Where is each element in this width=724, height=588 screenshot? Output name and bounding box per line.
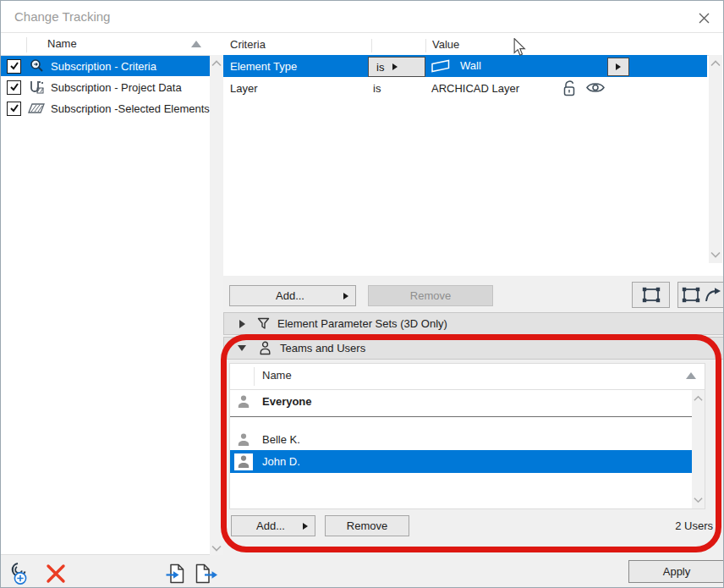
export-icon [195, 563, 218, 585]
subscription-row-project-data[interactable]: Subscription - Project Data [1, 77, 210, 97]
column-divider [26, 37, 27, 52]
sort-ascending-icon [191, 41, 201, 47]
menu-arrow-icon [343, 293, 348, 299]
footer-bar [1, 555, 723, 588]
selected-elements-icon [28, 101, 45, 116]
column-divider [371, 39, 372, 52]
subscription-list-panel: Name Subscription - Criteria [1, 33, 210, 555]
apply-button[interactable]: Apply [628, 560, 724, 583]
users-scrollbar[interactable] [692, 390, 705, 508]
criteria-remove-button[interactable]: Remove [368, 285, 493, 306]
new-subscription-button[interactable] [7, 561, 32, 588]
import-button[interactable] [165, 563, 187, 588]
marquee-icon [641, 286, 661, 305]
project-data-icon [28, 80, 45, 95]
import-icon [165, 563, 187, 585]
subscription-label: Subscription - Project Data [51, 81, 182, 94]
delete-button[interactable] [46, 563, 66, 587]
user-row-everyone[interactable]: Everyone [230, 390, 692, 413]
checkbox-checked[interactable] [7, 102, 21, 116]
add-button-label: Add... [237, 289, 343, 302]
new-change-icon [7, 561, 32, 585]
subscription-list-header[interactable]: Name [1, 35, 210, 56]
marquee-arrow-icon [681, 286, 723, 305]
section-label: Teams and Users [280, 342, 365, 354]
wall-icon [431, 59, 451, 76]
dropdown-arrow-icon [616, 63, 621, 70]
expanded-arrow-icon [238, 345, 246, 351]
close-icon [698, 12, 710, 25]
person-outline-icon [258, 341, 272, 355]
funnel-icon [257, 317, 270, 330]
collapsed-arrow-icon [239, 320, 245, 328]
change-tracking-dialog: Change Tracking Name [0, 0, 724, 588]
remove-button-label: Remove [410, 289, 451, 302]
user-row-belle[interactable]: Belle K. [230, 428, 692, 451]
scroll-up-icon[interactable] [692, 392, 705, 405]
scroll-up-icon[interactable] [210, 57, 223, 70]
subscription-row-criteria[interactable]: Subscription - Criteria [1, 56, 210, 76]
user-count-label: 2 Users [675, 519, 713, 532]
checkbox-checked[interactable] [7, 80, 21, 95]
value-column-header: Value [432, 38, 459, 51]
remove-button-label: Remove [347, 519, 387, 532]
user-name: Belle K. [262, 433, 300, 446]
criteria-add-button[interactable]: Add... [229, 285, 356, 306]
unlock-icon[interactable] [561, 80, 579, 101]
checkbox-checked[interactable] [7, 59, 21, 74]
person-icon [234, 431, 253, 448]
scroll-down-icon[interactable] [692, 493, 705, 507]
column-divider [254, 367, 255, 386]
left-list-scrollbar[interactable] [210, 87, 223, 555]
operator-value: is [369, 61, 392, 74]
criteria-row-element-type[interactable]: Element Type is Wall [223, 55, 707, 77]
criteria-name: Element Type [230, 60, 297, 73]
criteria-column-header: Criteria [230, 38, 266, 51]
section-teams-and-users[interactable]: Teams and Users [223, 337, 724, 360]
subscription-label: Subscription -Selected Elements [51, 102, 210, 115]
subscription-label: Subscription - Criteria [51, 60, 156, 73]
left-list-scrollbar-bottom[interactable] [210, 540, 223, 555]
section-label: Element Parameter Sets (3D Only) [277, 317, 447, 330]
value-dropdown-button[interactable] [607, 58, 629, 76]
scroll-down-icon[interactable] [210, 541, 223, 555]
scroll-down-icon[interactable] [709, 248, 722, 261]
section-element-parameter-sets[interactable]: Element Parameter Sets (3D Only) [223, 312, 724, 335]
criteria-table-header[interactable]: Criteria Value [223, 36, 709, 56]
criteria-value: Wall [460, 59, 481, 72]
operator-dropdown[interactable]: is [368, 57, 425, 77]
name-column-header: Name [262, 369, 292, 382]
criteria-table-panel: Criteria Value Element Type is Wall [223, 33, 724, 276]
sort-ascending-icon [686, 372, 696, 379]
group-separator [230, 416, 705, 417]
get-marquee-criteria-button[interactable] [677, 282, 724, 308]
person-icon [234, 453, 253, 470]
close-button[interactable] [694, 8, 713, 27]
criteria-value: ARCHICAD Layer [431, 82, 519, 95]
users-add-button[interactable]: Add... [231, 515, 315, 536]
operator-value: is [373, 82, 381, 95]
users-list-header[interactable]: Name [230, 364, 705, 390]
checkmark-icon [9, 82, 19, 92]
users-remove-button[interactable]: Remove [325, 515, 409, 536]
checkmark-icon [9, 103, 19, 113]
user-row-john[interactable]: John D. [230, 450, 692, 473]
menu-arrow-icon [303, 523, 308, 530]
scroll-up-icon[interactable] [709, 57, 722, 70]
add-button-label: Add... [239, 519, 303, 532]
left-list-scrollbar-top[interactable] [210, 55, 223, 87]
select-marquee-button[interactable] [632, 282, 670, 308]
title-bar: Change Tracking [1, 1, 723, 33]
criteria-row-layer[interactable]: Layer is ARCHICAD Layer [223, 77, 707, 99]
dropdown-arrow-icon [392, 63, 421, 70]
eye-icon[interactable] [585, 80, 606, 98]
user-name: John D. [262, 455, 300, 468]
export-button[interactable] [195, 563, 218, 588]
criteria-name: Layer [230, 82, 258, 95]
criteria-scrollbar[interactable] [709, 55, 722, 263]
checkmark-icon [9, 61, 19, 71]
subscription-row-selected-elements[interactable]: Subscription -Selected Elements [1, 98, 210, 118]
dialog-title: Change Tracking [14, 1, 110, 33]
apply-button-label: Apply [663, 565, 691, 578]
red-x-icon [46, 563, 66, 584]
